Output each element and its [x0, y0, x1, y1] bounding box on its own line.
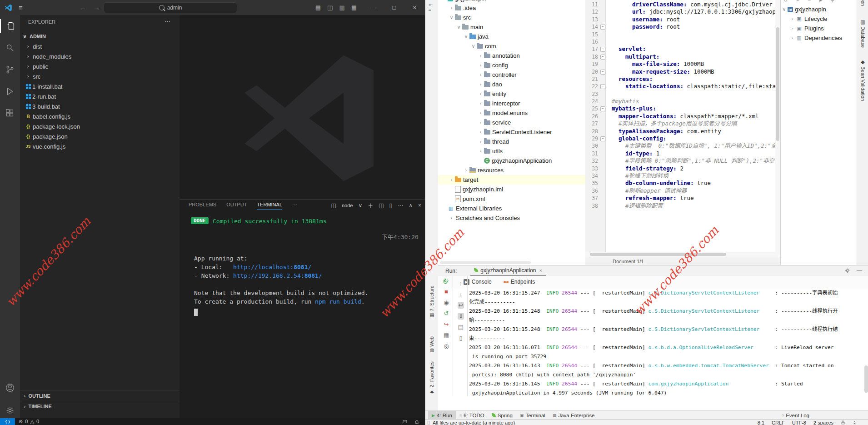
code-line-23[interactable]: 23 [585, 90, 775, 98]
tree-row-java[interactable]: ∨java [438, 32, 585, 41]
tree-hscrollbar[interactable] [440, 261, 531, 264]
section-outline[interactable]: ›OUTLINE [20, 390, 180, 401]
editor-hscrollbar[interactable] [585, 252, 780, 257]
bottom-tab-6--TODO[interactable]: ≡6: TODO [456, 411, 488, 420]
maven-item-plugins[interactable]: ›▣Plugins [781, 24, 857, 33]
customize-layout-icon[interactable]: ▦ [351, 4, 357, 11]
remote-indicator[interactable] [0, 418, 15, 425]
tree-row-dao[interactable]: ›dao [438, 80, 585, 89]
right-stripe-tab-Database[interactable]: ▥ Database [860, 19, 866, 48]
panel-maximize-icon[interactable]: ∧ [409, 202, 413, 209]
command-center-search[interactable]: admin [104, 2, 237, 13]
terminal-output[interactable]: App running at:- Local: http://localhost… [194, 254, 369, 306]
tree-row-target[interactable]: ›target [438, 175, 585, 185]
tree-row-annotation[interactable]: ›annotation [438, 51, 585, 60]
shell-dropdown-icon[interactable]: ∨ [358, 202, 362, 209]
explorer-item-package.json[interactable]: {}package.json [20, 131, 180, 141]
fold-marker-icon[interactable]: − [600, 25, 605, 30]
run-console-output[interactable]: 2025-03-20 16:31:15.247 INFO 26544 --- [… [469, 289, 867, 396]
maven-item-lifecycle[interactable]: ›▣Lifecycle [781, 14, 857, 24]
toggle-secondary-sidebar-icon[interactable]: ▥ [339, 4, 344, 11]
panel-tabs-more-icon[interactable]: ⋯ [292, 202, 297, 210]
run-settings-gear-icon[interactable] [844, 268, 850, 274]
run-tab-endpoints[interactable]: Endpoints [504, 279, 535, 285]
fold-marker-icon[interactable]: − [600, 106, 605, 111]
panel-more-icon[interactable]: ⋯ [398, 202, 403, 209]
search-sidebar-icon[interactable] [0, 41, 20, 55]
soft-wrap-icon[interactable]: ↩ [458, 302, 464, 309]
code-line-19[interactable]: 19max-file-size: 1000MB [585, 60, 775, 68]
run-tab-console[interactable]: ▶Console [464, 279, 492, 285]
code-line-14[interactable]: 14−password: root [585, 23, 775, 30]
section-timeline[interactable]: ›TIMELINE [20, 401, 180, 411]
tree-row-gxjyzhaopin-iml[interactable]: gxjyzhaopin.iml [438, 185, 585, 194]
scroll-up-icon[interactable]: ↑ [459, 280, 463, 287]
tree-row--idea[interactable]: ›.idea [438, 3, 585, 13]
tool-strip-icon[interactable]: ⇤ [429, 2, 433, 8]
code-line-12[interactable]: 12url: jdbc:mysql://127.0.0.1:3306/gxjyz… [585, 8, 775, 15]
tree-row-service[interactable]: ›service [438, 118, 585, 127]
code-line-29[interactable]: 29−global-config: [585, 135, 775, 142]
run-config-tab[interactable]: gxjyzhaopinApplication × [470, 265, 546, 276]
tree-row-com[interactable]: ∨com [438, 41, 585, 51]
terminal-shell-label[interactable]: node [342, 203, 353, 208]
tree-row-controller[interactable]: ›controller [438, 70, 585, 80]
tree-row-interceptor[interactable]: ›interceptor [438, 99, 585, 108]
explorer-item-node_modules[interactable]: ›node_modules [20, 51, 180, 61]
run-debug-icon[interactable] [0, 85, 20, 98]
fold-marker-icon[interactable]: − [600, 55, 605, 60]
camera-icon[interactable]: ◉ [444, 299, 449, 306]
panel-tab-problems[interactable]: PROBLEMS [189, 202, 216, 210]
settings-gear-icon[interactable] [0, 404, 20, 417]
code-line-34[interactable]: 34#驼峰下划线转换 [585, 172, 775, 180]
maximize-button[interactable]: □ [384, 0, 404, 15]
hide-tool-window-icon[interactable]: — [857, 267, 862, 273]
tree-row-src[interactable]: ∨src [438, 13, 585, 22]
scroll-to-end-icon[interactable]: ⇓ [458, 313, 464, 320]
code-line-37[interactable]: 37refresh-mapper: true [585, 195, 775, 202]
maven-item-dependencies[interactable]: ›▥Dependencies [781, 33, 857, 43]
right-stripe-tab-Maven[interactable]: Maven [860, 0, 866, 6]
code-line-21[interactable]: 21resources: [585, 75, 775, 83]
notifications-bell-icon[interactable] [414, 419, 419, 425]
caret-position[interactable]: 8:1 [758, 420, 764, 425]
yaml-editor[interactable]: 11driverClassName: com.mysql.cj.jdbc.Dri… [585, 0, 775, 252]
code-line-36[interactable]: 36#刷新mapper 调试神器 [585, 187, 775, 195]
layout-icon[interactable]: ▦ [444, 332, 449, 339]
explorer-item-2-run.bat[interactable]: 2-run.bat [20, 91, 180, 101]
project-root-row[interactable]: ∨ ADMIN [20, 31, 180, 41]
code-line-24[interactable]: 24#mybatis [585, 98, 775, 105]
tree-row-entity[interactable]: ›entity [438, 89, 585, 99]
bottom-tab-Java-Enterprise[interactable]: ▦Java Enterprise [549, 411, 598, 420]
code-line-20[interactable]: 20−max-request-size: 1000MB [585, 68, 775, 75]
tree-row-gxjyzhaopinApplication[interactable]: CgxjyzhaopinApplication [438, 156, 585, 165]
explorer-item-3-build.bat[interactable]: 3-build.bat [20, 101, 180, 111]
pin-icon[interactable]: ◎ [444, 343, 449, 350]
close-button[interactable]: × [404, 0, 425, 15]
right-stripe-tab-Bean-Validation[interactable]: ◆ Bean Validation [860, 59, 866, 101]
kill-terminal-icon[interactable]: ▯ [389, 202, 393, 209]
terminal-split-icon[interactable]: ◫ [331, 202, 336, 209]
toggle-sidebar-icon[interactable]: ▤ [315, 4, 321, 11]
fold-marker-icon[interactable]: − [600, 70, 605, 75]
forward-icon[interactable]: → [94, 4, 100, 11]
tree-row-ServletContextListener[interactable]: ›ServletContextListener [438, 127, 585, 137]
code-line-27[interactable]: 27#实体扫描，多个package用逗号或者分号分隔 [585, 120, 775, 127]
tree-row-Scratches-and-Consoles[interactable]: ◔Scratches and Consoles [438, 213, 585, 223]
explorer-item-src[interactable]: ›src [20, 71, 180, 81]
tree-row-thread[interactable]: ›thread [438, 137, 585, 146]
tree-row-External-Libraries[interactable]: ▥External Libraries [438, 204, 585, 213]
explorer-item-babel.config.js[interactable]: Bbabel.config.js [20, 111, 180, 121]
code-line-38[interactable]: 38#逻辑删除配置 [585, 202, 775, 210]
menu-icon[interactable]: ≡ [19, 4, 23, 11]
back-icon[interactable]: ← [80, 4, 86, 11]
rerun-icon[interactable]: ↻ [444, 277, 449, 284]
problems-status[interactable]: ⊗ 0 △ 0 [19, 419, 40, 425]
toggle-panel-icon[interactable]: ◫ [327, 4, 333, 11]
code-line-25[interactable]: 25−mybatis-plus: [585, 105, 775, 112]
left-stripe-tab-7--Structure[interactable]: ▤ 7: Structure [429, 285, 434, 319]
code-line-18[interactable]: 18−multipart: [585, 53, 775, 60]
maven-root-row[interactable]: ∨ m gxjyzhaopin [781, 5, 857, 14]
tree-row-model-enums[interactable]: ›model.enums [438, 108, 585, 118]
close-tab-icon[interactable]: × [539, 268, 542, 273]
